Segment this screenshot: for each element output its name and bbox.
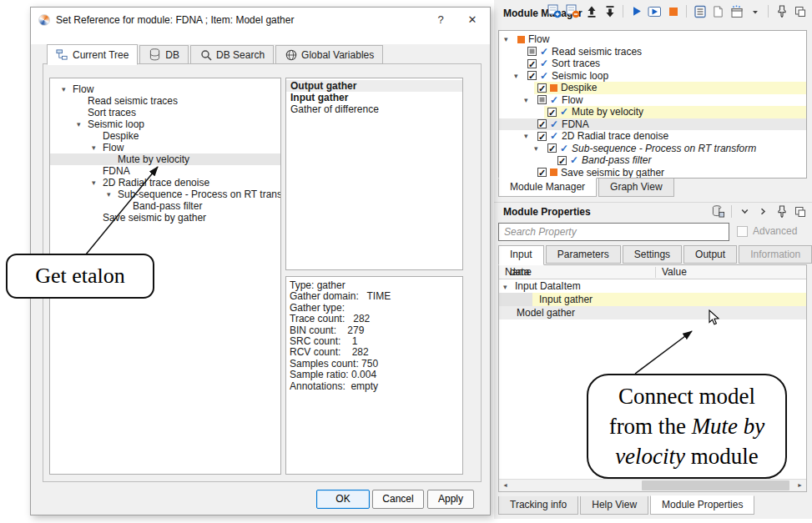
module-item[interactable]: ✓Band-pass filter [499,154,806,167]
run-flow-icon[interactable] [648,4,662,18]
module-manager-tree[interactable]: ▾Flow✓Read seismic traces✓Sort traces▾✓S… [498,30,807,179]
tab-graph-view[interactable]: Graph View [598,179,673,197]
module-item[interactable]: ▾✓Sub-sequence - Process on RT transform [499,143,806,155]
stop-icon[interactable] [666,4,680,18]
tree-item[interactable]: Despike [50,130,280,142]
checkbox[interactable] [537,95,547,104]
tree-item[interactable]: Band-pass filter [50,200,280,212]
info-line: Gather domain: TIME [290,291,462,302]
help-button[interactable]: ? [428,9,453,31]
expander-icon[interactable]: ▾ [504,33,514,46]
checkbox[interactable] [527,47,537,56]
pin-icon[interactable] [774,4,789,18]
search-property-input[interactable] [498,223,729,241]
tab-parameters[interactable]: Parameters [546,245,621,264]
expander-icon[interactable]: ▾ [77,118,88,130]
float-icon[interactable] [793,4,807,18]
add-module-icon[interactable] [547,4,562,18]
gather-items-list[interactable]: Output gatherInput gatherGather of diffe… [285,78,463,270]
list-item[interactable]: Input gather [286,92,462,103]
module-properties-tab-bar: Input dataParametersSettingsOutput dataI… [498,245,812,264]
run-icon[interactable] [629,4,643,18]
expander-icon[interactable]: ▾ [92,177,103,189]
expander-icon[interactable]: ▾ [503,280,507,294]
tab-module-properties[interactable]: Module Properties [650,495,754,515]
apply-button[interactable]: Apply [427,490,474,509]
tree-item[interactable]: Save seismic by gather [50,212,280,224]
expander-icon[interactable]: ▾ [514,70,524,83]
checkbox[interactable] [527,71,537,80]
tab-db[interactable]: DB [139,45,189,64]
tab-output-data[interactable]: Output data [683,245,737,264]
property-row[interactable]: Model gather [499,306,806,319]
module-item[interactable]: ▾Flow [499,33,806,46]
tree-item[interactable]: ▾2D Radial trace denoise [50,177,280,189]
db-save-icon[interactable] [711,204,725,219]
tab-help-view[interactable]: Help View [580,496,648,515]
module-item[interactable]: ▾✓2D Radial trace denoise [499,130,806,143]
checkbox[interactable] [547,143,557,153]
flow-list-icon[interactable] [693,4,707,18]
tree-item[interactable]: Read seismic traces [50,95,280,107]
move-down-icon[interactable] [603,4,617,18]
expander-icon[interactable]: ▾ [524,94,534,107]
checkbox[interactable] [527,59,537,68]
info-line: BIN count: 279 [290,325,462,336]
list-item[interactable]: Output gather [286,80,462,92]
move-up-icon[interactable] [584,4,598,18]
tree-item[interactable]: ▾Seismic loop [50,118,280,130]
tree-item[interactable]: FDNA [50,165,280,177]
tree-item[interactable]: ▾Flow [50,83,280,95]
cancel-button[interactable]: Cancel [372,490,424,509]
module-item[interactable]: ✓Mute by velocity [499,106,806,118]
module-item[interactable]: Despike [499,82,806,94]
expander-icon[interactable]: ▾ [92,142,103,153]
horizontal-scrollbar[interactable]: ◄ ► [499,479,806,491]
checkbox[interactable] [537,168,547,177]
caret-icon[interactable] [748,4,762,18]
tab-db-search[interactable]: DB Search [190,45,274,64]
checkbox[interactable] [547,108,557,117]
tab-module-manager[interactable]: Module Manager [498,178,597,197]
checkbox[interactable] [537,132,547,141]
scroll-left-icon[interactable]: ◄ [499,480,512,491]
new-page-icon[interactable] [711,4,725,18]
pin-icon[interactable] [774,204,789,219]
scrollbar-thumb[interactable] [642,480,789,490]
new-window-icon[interactable] [729,4,744,18]
tree-item[interactable]: ▾Flow [50,142,280,153]
module-item[interactable]: ▾✓Flow [499,94,806,107]
info-line: RCV count: 282 [290,347,462,358]
tab-settings[interactable]: Settings [623,245,682,264]
float-icon[interactable] [793,204,807,219]
chev-down-icon[interactable] [738,204,752,219]
module-item[interactable]: ▾✓Seismic loop [499,70,806,83]
module-item[interactable]: ✓Read seismic traces [499,46,806,58]
tree-item[interactable]: ▾Sub-sequence - Process on RT transform [50,189,280,200]
close-button[interactable]: ✕ [460,9,485,31]
ok-button[interactable]: OK [316,490,370,509]
list-item[interactable]: Gather of difference [286,103,462,115]
checkbox[interactable] [537,119,547,128]
expander-icon[interactable]: ▾ [524,130,534,143]
remove-module-icon[interactable] [566,4,580,18]
checkbox[interactable] [557,156,567,165]
tab-input-data[interactable]: Input data [498,245,544,265]
property-row[interactable]: Input gather [499,293,806,306]
tree-item[interactable]: Mute by velocity [50,153,280,165]
tab-current-tree[interactable]: Current Tree [47,44,138,65]
property-row[interactable]: ▾Input DataItem [499,279,806,293]
module-item[interactable]: Save seismic by gather [499,167,806,179]
tab-global-variables[interactable]: Global Variables [275,45,383,64]
scroll-right-icon[interactable]: ► [794,480,806,491]
module-item[interactable]: ✓FDNA [499,118,806,131]
expander-icon[interactable]: ▾ [534,143,544,155]
tree-item[interactable]: Sort traces [50,107,280,118]
expander-icon[interactable]: ▾ [62,83,73,95]
advanced-checkbox[interactable] [737,226,748,237]
tab-tracking-info[interactable]: Tracking info [498,496,578,515]
chev-right-icon[interactable] [756,204,770,219]
expander-icon[interactable]: ▾ [107,189,118,200]
checkbox[interactable] [537,83,547,93]
module-item[interactable]: ✓Sort traces [499,58,806,70]
